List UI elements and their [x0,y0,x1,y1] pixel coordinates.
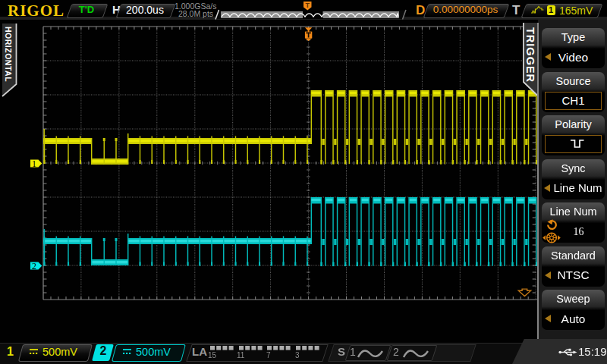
svg-text:1: 1 [32,158,36,169]
svg-text:HORIZONTAL: HORIZONTAL [4,27,13,82]
svg-text:TRIGGER: TRIGGER [524,27,536,83]
svg-text:T: T [305,2,310,9]
svg-text:2: 2 [32,261,36,271]
